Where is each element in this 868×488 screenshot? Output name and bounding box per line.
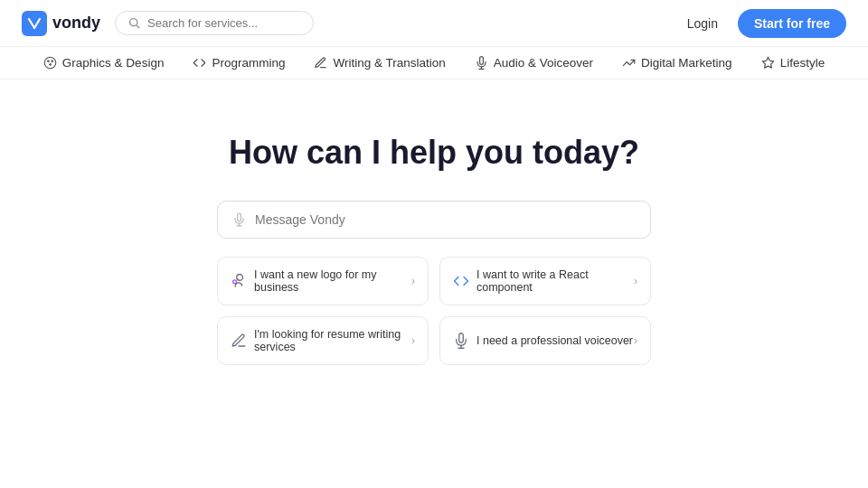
svg-marker-9 bbox=[762, 57, 774, 68]
main-content: How can I help you today? I want a new l… bbox=[0, 80, 868, 365]
suggestion-resume-left: I'm looking for resume writing services bbox=[231, 328, 411, 353]
header-right: Login Start for free bbox=[678, 9, 846, 38]
chevron-right-icon-3: › bbox=[411, 334, 415, 347]
mic-input-icon bbox=[232, 212, 246, 227]
nav-item-audio[interactable]: Audio & Voiceover bbox=[475, 56, 593, 70]
nav-label-marketing: Digital Marketing bbox=[641, 56, 732, 70]
svg-point-12 bbox=[237, 275, 243, 281]
svg-point-4 bbox=[47, 61, 49, 62]
mic-nav-icon bbox=[475, 56, 488, 70]
search-icon bbox=[128, 17, 140, 29]
nav-item-graphics[interactable]: Graphics & Design bbox=[43, 56, 165, 70]
palette-icon bbox=[43, 56, 57, 70]
message-input[interactable] bbox=[255, 212, 636, 227]
suggestion-react-left: I want to write a React component bbox=[453, 268, 634, 294]
search-input[interactable] bbox=[147, 16, 300, 30]
hero-title: How can I help you today? bbox=[229, 134, 639, 172]
star-icon bbox=[761, 56, 775, 70]
logo-text: vondy bbox=[52, 14, 100, 33]
chevron-right-icon-4: › bbox=[634, 334, 637, 347]
nav-label-programming: Programming bbox=[212, 56, 285, 70]
nav-label-lifestyle: Lifestyle bbox=[780, 56, 826, 70]
pen-icon bbox=[314, 56, 327, 70]
nav-item-marketing[interactable]: Digital Marketing bbox=[622, 56, 732, 70]
suggestion-react-text: I want to write a React component bbox=[476, 268, 634, 294]
login-button[interactable]: Login bbox=[678, 11, 727, 36]
suggestion-logo-text: I want a new logo for my business bbox=[254, 268, 411, 294]
suggestions-row-2: I'm looking for resume writing services … bbox=[217, 316, 651, 365]
vondy-logo-icon bbox=[22, 11, 47, 36]
suggestions-grid: I want a new logo for my business › I wa… bbox=[217, 257, 651, 365]
nav-label-audio: Audio & Voiceover bbox=[494, 56, 593, 70]
suggestion-voiceover-left: I need a professional voiceover bbox=[453, 333, 633, 349]
suggestion-voiceover[interactable]: I need a professional voiceover › bbox=[439, 316, 651, 365]
logo[interactable]: vondy bbox=[22, 11, 100, 36]
header-left: vondy bbox=[22, 11, 314, 36]
nav-item-lifestyle[interactable]: Lifestyle bbox=[761, 56, 826, 70]
svg-point-6 bbox=[50, 64, 52, 66]
suggestion-react[interactable]: I want to write a React component › bbox=[439, 257, 651, 305]
pen-suggestion-icon bbox=[231, 333, 247, 349]
suggestion-resume-text: I'm looking for resume writing services bbox=[254, 328, 411, 353]
trend-icon bbox=[622, 56, 636, 70]
nav-item-writing[interactable]: Writing & Translation bbox=[314, 56, 445, 70]
header: vondy Login Start for free bbox=[0, 0, 868, 47]
code-icon bbox=[193, 56, 206, 70]
nav-item-programming[interactable]: Programming bbox=[193, 56, 285, 70]
main-nav: Graphics & Design Programming Writing & … bbox=[0, 47, 868, 80]
search-bar[interactable] bbox=[115, 11, 314, 35]
message-input-container[interactable] bbox=[217, 201, 651, 239]
svg-line-2 bbox=[137, 25, 139, 28]
suggestion-voiceover-text: I need a professional voiceover bbox=[476, 334, 633, 347]
suggestion-logo[interactable]: I want a new logo for my business › bbox=[217, 257, 429, 305]
nav-label-graphics: Graphics & Design bbox=[62, 56, 165, 70]
mic-suggestion-icon bbox=[453, 333, 469, 349]
start-for-free-button[interactable]: Start for free bbox=[738, 9, 846, 38]
suggestion-logo-left: I want a new logo for my business bbox=[231, 268, 411, 294]
code-suggestion-icon bbox=[453, 273, 469, 289]
logo-suggestion-icon bbox=[231, 273, 247, 289]
suggestion-resume[interactable]: I'm looking for resume writing services … bbox=[217, 316, 429, 365]
svg-point-5 bbox=[52, 61, 53, 62]
nav-label-writing: Writing & Translation bbox=[333, 56, 445, 70]
chevron-right-icon-2: › bbox=[634, 275, 637, 287]
svg-point-3 bbox=[44, 57, 56, 69]
svg-point-13 bbox=[233, 280, 237, 284]
suggestions-row-1: I want a new logo for my business › I wa… bbox=[217, 257, 651, 305]
chevron-right-icon: › bbox=[411, 275, 415, 287]
svg-rect-0 bbox=[22, 11, 47, 36]
